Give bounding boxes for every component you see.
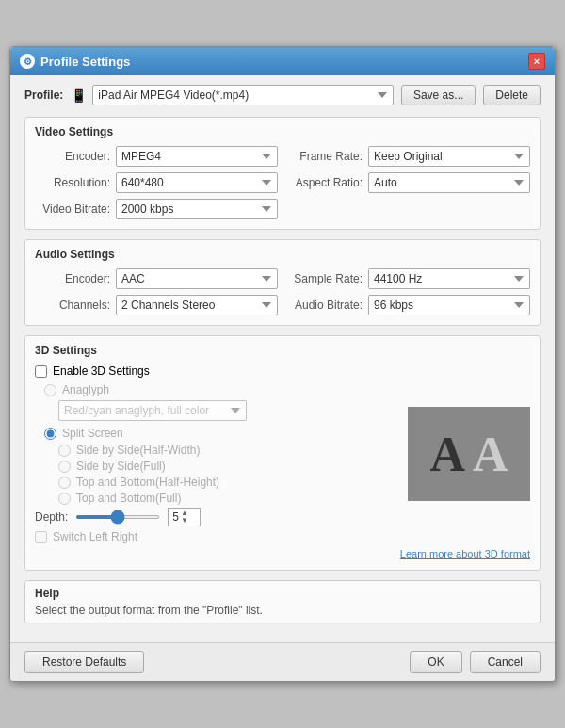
- side-by-side-half-label: Side by Side(Half-Width): [76, 444, 200, 457]
- side-by-side-half-row: Side by Side(Half-Width): [58, 444, 398, 457]
- profile-device-icon: 📱: [71, 88, 87, 103]
- enable-3d-checkbox[interactable]: [35, 365, 47, 378]
- learn-more-link[interactable]: Learn more about 3D format: [400, 548, 530, 559]
- anaglyph-row: Anaglyph: [44, 383, 398, 396]
- profile-row: Profile: 📱 iPad Air MPEG4 Video(*.mp4) S…: [24, 85, 541, 105]
- cancel-button[interactable]: Cancel: [470, 651, 541, 673]
- preview-letter-2: A: [473, 427, 508, 482]
- 3d-settings-title: 3D Settings: [35, 344, 530, 357]
- preview-letters: A A: [429, 427, 508, 482]
- help-text: Select the output format from the "Profi…: [35, 604, 530, 617]
- 3d-settings-left: Enable 3D Settings Anaglyph Red/cyan ana…: [35, 364, 398, 543]
- depth-label: Depth:: [35, 510, 68, 524]
- depth-arrows: ▲ ▼: [181, 510, 188, 525]
- footer-right-buttons: OK Cancel: [410, 651, 541, 673]
- top-bottom-half-radio[interactable]: [58, 477, 71, 489]
- frame-rate-label: Frame Rate:: [287, 150, 363, 163]
- aspect-ratio-select[interactable]: Auto: [368, 172, 530, 193]
- save-as-button[interactable]: Save as...: [401, 85, 476, 105]
- 3d-settings-content: Enable 3D Settings Anaglyph Red/cyan ana…: [35, 364, 530, 543]
- profile-select-wrap: 📱 iPad Air MPEG4 Video(*.mp4): [71, 85, 394, 105]
- audio-settings-title: Audio Settings: [35, 248, 530, 261]
- depth-value-box: 5 ▲ ▼: [168, 508, 201, 526]
- title-bar-left: ⚙ Profile Settings: [20, 54, 130, 69]
- switch-lr-row: Switch Left Right: [35, 530, 398, 543]
- frame-rate-row: Frame Rate: Keep Original: [287, 146, 530, 167]
- top-bottom-full-radio[interactable]: [58, 493, 71, 505]
- enable-3d-row: Enable 3D Settings: [35, 364, 398, 378]
- resolution-label: Resolution:: [35, 176, 110, 189]
- audio-encoder-label: Encoder:: [35, 272, 110, 285]
- switch-lr-label: Switch Left Right: [53, 530, 137, 543]
- audio-bitrate-label: Audio Bitrate:: [287, 299, 363, 312]
- channels-label: Channels:: [35, 299, 110, 312]
- split-screen-label: Split Screen: [62, 427, 123, 440]
- top-bottom-full-row: Top and Bottom(Full): [58, 492, 398, 505]
- dialog-content: Profile: 📱 iPad Air MPEG4 Video(*.mp4) S…: [10, 75, 555, 642]
- audio-encoder-row: Encoder: AAC: [35, 268, 278, 289]
- 3d-preview-box-container: A A: [408, 364, 530, 543]
- switch-lr-checkbox[interactable]: [35, 531, 47, 543]
- aspect-ratio-label: Aspect Ratio:: [287, 176, 363, 189]
- audio-bitrate-select[interactable]: 96 kbps: [368, 295, 530, 315]
- channels-row: Channels: 2 Channels Stereo: [35, 295, 278, 315]
- video-settings-title: Video Settings: [35, 125, 530, 138]
- anaglyph-option-select[interactable]: Red/cyan anaglyph, full color: [58, 400, 247, 421]
- depth-down-arrow[interactable]: ▼: [181, 517, 188, 525]
- video-bitrate-label: Video Bitrate:: [35, 202, 110, 216]
- anaglyph-radio[interactable]: [44, 384, 56, 396]
- sample-rate-label: Sample Rate:: [287, 272, 363, 285]
- settings-icon: ⚙: [20, 54, 35, 69]
- 3d-preview-box: A A: [408, 407, 530, 501]
- dialog-profile-settings: ⚙ Profile Settings × Profile: 📱 iPad Air…: [9, 46, 556, 682]
- encoder-select[interactable]: MPEG4: [116, 146, 278, 167]
- audio-settings-section: Audio Settings Encoder: AAC Sample Rate:…: [24, 239, 541, 326]
- profile-label: Profile:: [24, 89, 63, 102]
- video-settings-grid: Encoder: MPEG4 Frame Rate: Keep Original…: [35, 146, 530, 219]
- resolution-select[interactable]: 640*480: [116, 172, 278, 193]
- dialog-footer: Restore Defaults OK Cancel: [10, 642, 555, 681]
- side-by-side-half-radio[interactable]: [58, 445, 71, 457]
- video-bitrate-row: Video Bitrate: 2000 kbps: [35, 199, 278, 219]
- dialog-title: Profile Settings: [40, 55, 130, 69]
- side-by-side-full-radio[interactable]: [58, 461, 71, 473]
- anaglyph-label: Anaglyph: [62, 383, 109, 396]
- ok-button[interactable]: OK: [410, 651, 461, 673]
- enable-3d-label: Enable 3D Settings: [53, 364, 150, 378]
- sample-rate-select[interactable]: 44100 Hz: [368, 268, 530, 289]
- top-bottom-half-label: Top and Bottom(Half-Height): [76, 476, 219, 489]
- title-bar: ⚙ Profile Settings ×: [10, 47, 555, 75]
- top-bottom-full-label: Top and Bottom(Full): [76, 492, 181, 505]
- sample-rate-row: Sample Rate: 44100 Hz: [287, 268, 530, 289]
- side-by-side-full-row: Side by Side(Full): [58, 460, 398, 473]
- audio-bitrate-row: Audio Bitrate: 96 kbps: [287, 295, 530, 315]
- channels-select[interactable]: 2 Channels Stereo: [116, 295, 278, 315]
- audio-settings-grid: Encoder: AAC Sample Rate: 44100 Hz Chann…: [35, 268, 530, 315]
- split-screen-radio[interactable]: [44, 428, 56, 440]
- aspect-ratio-row: Aspect Ratio: Auto: [287, 172, 530, 193]
- learn-more-row: Learn more about 3D format: [35, 547, 530, 560]
- encoder-label: Encoder:: [35, 150, 110, 163]
- restore-defaults-button[interactable]: Restore Defaults: [24, 651, 144, 673]
- side-by-side-full-label: Side by Side(Full): [76, 460, 166, 473]
- top-bottom-half-row: Top and Bottom(Half-Height): [58, 476, 398, 489]
- close-button[interactable]: ×: [528, 53, 545, 70]
- video-settings-section: Video Settings Encoder: MPEG4 Frame Rate…: [24, 117, 541, 230]
- 3d-settings-section: 3D Settings Enable 3D Settings Anaglyph: [24, 335, 541, 571]
- depth-slider[interactable]: [75, 515, 160, 519]
- help-title: Help: [35, 587, 530, 600]
- resolution-row: Resolution: 640*480: [35, 172, 278, 193]
- frame-rate-select[interactable]: Keep Original: [368, 146, 530, 167]
- delete-button[interactable]: Delete: [483, 85, 541, 105]
- split-screen-row: Split Screen: [44, 427, 398, 440]
- preview-letter-1: A: [429, 427, 465, 482]
- audio-encoder-select[interactable]: AAC: [116, 268, 278, 289]
- help-section: Help Select the output format from the "…: [24, 580, 541, 623]
- profile-select[interactable]: iPad Air MPEG4 Video(*.mp4): [92, 85, 394, 105]
- video-bitrate-select[interactable]: 2000 kbps: [116, 199, 278, 219]
- depth-row: Depth: 5 ▲ ▼: [35, 508, 398, 526]
- encoder-row: Encoder: MPEG4: [35, 146, 278, 167]
- depth-value: 5: [172, 510, 179, 524]
